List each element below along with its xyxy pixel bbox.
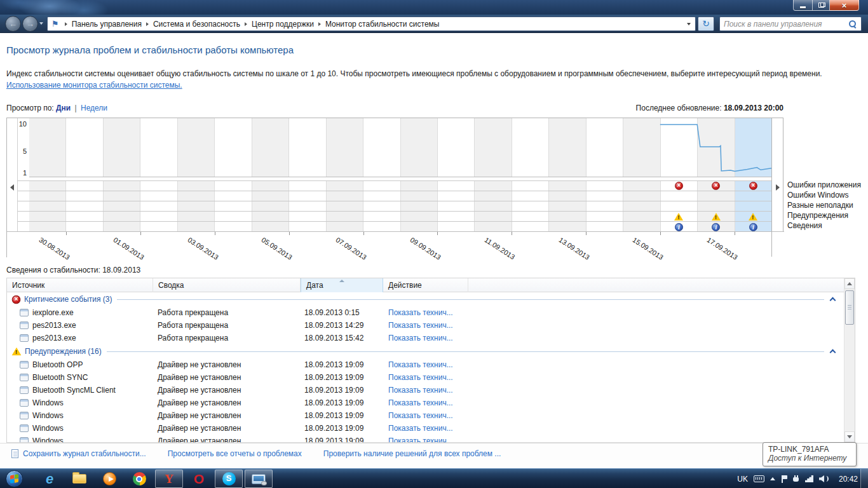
event-cell[interactable] — [178, 201, 215, 211]
event-cell[interactable] — [327, 181, 363, 191]
breadcrumb-item[interactable]: Монитор стабильности системы — [325, 20, 440, 29]
event-cell[interactable] — [140, 181, 177, 191]
view-days-link[interactable]: Дни — [56, 104, 71, 112]
event-cell[interactable] — [587, 212, 623, 221]
show-hidden-icons-icon[interactable] — [770, 477, 775, 480]
event-cell[interactable] — [363, 222, 400, 232]
event-cell[interactable] — [735, 181, 771, 191]
table-row[interactable]: WindowsДрайвер не установлен18.09.2013 1… — [7, 396, 844, 409]
taskbar-button-skype[interactable] — [215, 470, 243, 488]
breadcrumb-item[interactable]: Система и безопасность — [153, 20, 240, 29]
event-cell[interactable] — [215, 181, 252, 191]
search-input[interactable]: Поиск в панели управления — [719, 17, 862, 31]
breadcrumb-item[interactable]: Панель управления — [72, 20, 142, 29]
table-row[interactable]: Bluetooth SyncML ClientДрайвер не устано… — [7, 384, 844, 396]
event-cell[interactable] — [363, 191, 400, 201]
restore-button[interactable] — [812, 0, 830, 11]
table-row[interactable]: WindowsДрайвер не установлен18.09.2013 1… — [7, 435, 844, 443]
event-cell[interactable] — [475, 181, 512, 191]
event-cell[interactable] — [104, 181, 140, 191]
column-header-date[interactable]: Дата — [301, 278, 383, 292]
footer-link[interactable]: Сохранить журнал стабильности... — [11, 449, 146, 458]
event-cell[interactable] — [252, 222, 289, 232]
event-cell[interactable] — [623, 222, 660, 232]
event-cell[interactable] — [104, 212, 140, 221]
event-cell[interactable] — [289, 212, 326, 221]
event-cell[interactable] — [104, 222, 140, 232]
event-cell[interactable] — [215, 191, 252, 201]
event-cell[interactable] — [140, 212, 177, 221]
event-cell[interactable] — [215, 222, 252, 232]
taskbar-button-yandex-browser[interactable] — [155, 470, 183, 488]
taskbar-clock[interactable]: 20:42 — [839, 475, 858, 484]
event-cell[interactable] — [289, 191, 326, 201]
taskbar-button-remote-desktop[interactable] — [245, 470, 273, 488]
table-row[interactable]: pes2013.exeРабота прекращена18.09.2013 1… — [7, 319, 844, 332]
taskbar-button-windows-explorer[interactable] — [65, 470, 93, 488]
event-cell[interactable] — [66, 181, 103, 191]
event-cell[interactable] — [549, 181, 586, 191]
keyboard-icon[interactable] — [754, 475, 764, 482]
event-cell[interactable] — [512, 222, 549, 232]
event-cell[interactable] — [178, 212, 215, 221]
close-button[interactable]: × — [830, 0, 859, 11]
event-cell[interactable] — [327, 212, 363, 221]
event-cell[interactable] — [178, 181, 215, 191]
action-link[interactable]: Показать технич... — [388, 396, 453, 409]
usage-help-link[interactable]: Использование монитора стабильности сист… — [6, 81, 182, 90]
scrollbar-thumb[interactable] — [845, 290, 854, 325]
recent-pages-dropdown-icon[interactable] — [39, 22, 43, 25]
event-cell[interactable] — [178, 222, 215, 232]
table-row[interactable]: Bluetooth SYNCДрайвер не установлен18.09… — [7, 371, 844, 384]
back-button[interactable]: ← — [5, 16, 21, 32]
event-cell[interactable] — [66, 212, 103, 221]
action-link[interactable]: Показать технич... — [388, 371, 453, 384]
action-link[interactable]: Показать технич... — [388, 332, 453, 344]
column-header-summary[interactable]: Сводка — [153, 278, 301, 292]
table-row[interactable]: iexplore.exeРабота прекращена18.09.2013 … — [7, 306, 844, 319]
event-cell[interactable] — [698, 181, 735, 191]
start-button[interactable] — [6, 470, 23, 487]
event-cell[interactable] — [623, 191, 660, 201]
event-cell[interactable] — [438, 212, 475, 221]
event-cell[interactable] — [363, 181, 400, 191]
event-cell[interactable] — [475, 212, 512, 221]
event-cell[interactable] — [104, 191, 140, 201]
event-cell[interactable] — [327, 191, 363, 201]
event-cell[interactable] — [66, 222, 103, 232]
action-link[interactable]: Показать технич... — [388, 435, 453, 443]
event-cell[interactable] — [512, 201, 549, 211]
action-center-flag-icon[interactable] — [781, 475, 787, 483]
event-cell[interactable] — [363, 212, 400, 221]
table-row[interactable]: Bluetooth OPPДрайвер не установлен18.09.… — [7, 358, 844, 371]
event-cell[interactable] — [289, 222, 326, 232]
event-cell[interactable] — [29, 181, 66, 191]
event-cell[interactable] — [363, 201, 400, 211]
event-cell[interactable] — [401, 181, 438, 191]
event-cell[interactable] — [587, 181, 623, 191]
window-titlebar[interactable]: × — [0, 0, 868, 15]
action-link[interactable]: Показать технич... — [388, 358, 453, 371]
table-row[interactable]: pes2013.exeРабота прекращена18.09.2013 1… — [7, 332, 844, 344]
breadcrumb-item[interactable]: Центр поддержки — [252, 20, 314, 29]
event-cell[interactable] — [252, 201, 289, 211]
event-cell[interactable] — [661, 191, 698, 201]
event-cell[interactable] — [438, 222, 475, 232]
collapse-chevron-icon[interactable] — [830, 297, 836, 304]
event-cell[interactable] — [698, 212, 735, 221]
event-cell[interactable] — [623, 201, 660, 211]
event-cell[interactable] — [401, 191, 438, 201]
view-weeks-link[interactable]: Недели — [81, 104, 107, 112]
event-cell[interactable] — [587, 191, 623, 201]
column-header-source[interactable]: Источник — [7, 278, 153, 292]
event-cell[interactable] — [512, 191, 549, 201]
network-signal-icon[interactable] — [805, 475, 813, 482]
event-cell[interactable] — [438, 201, 475, 211]
event-cell[interactable] — [698, 201, 735, 211]
event-cell[interactable] — [698, 191, 735, 201]
forward-button[interactable]: → — [22, 16, 38, 32]
event-cell[interactable] — [438, 181, 475, 191]
event-cell[interactable] — [735, 191, 771, 201]
event-cell[interactable] — [735, 212, 771, 221]
event-cell[interactable] — [438, 191, 475, 201]
